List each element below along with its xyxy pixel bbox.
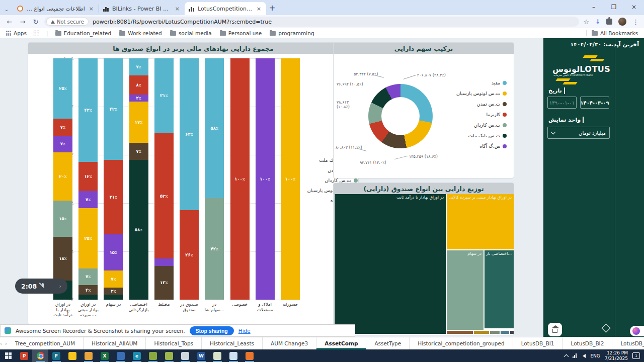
tabs-prev-arrow[interactable]: ‹ [0, 341, 2, 346]
sticky-notes-icon[interactable] [64, 349, 80, 362]
bar-column-2[interactable]: ۴۲٪۳۱٪۱۵٪۷٪۳٪ [104, 58, 123, 300]
bar-segment[interactable]: ۱۲٪ [78, 162, 98, 191]
bar-segment[interactable]: ۵۸٪ [129, 160, 148, 300]
powerbi-app-icon[interactable]: P [16, 349, 32, 362]
sheet-tab-assetcomp[interactable]: AssetComp [316, 337, 366, 349]
language-indicator[interactable]: ENG [590, 353, 600, 358]
maximize-button[interactable]: ❐ [604, 0, 624, 14]
bar-segment[interactable]: ۴۳٪ [78, 58, 98, 162]
donut-legend-item-6[interactable]: س.گ آگاه [456, 143, 507, 149]
bar-segment[interactable]: ۶۳٪ [180, 58, 199, 210]
bar-segment[interactable]: ۲۰٪ [53, 152, 72, 201]
back-button[interactable]: ← [5, 18, 14, 26]
bar-segment[interactable] [78, 295, 98, 300]
mic-muted-icon[interactable] [41, 283, 45, 289]
sheet-tab-historical-allaum[interactable]: Historical_AllAUM [84, 337, 146, 349]
stop-sharing-button[interactable]: Stop sharing [190, 326, 234, 335]
bar-segment[interactable]: ۱۰۰٪ [256, 58, 275, 300]
bar-segment[interactable]: ۵۸٪ [205, 58, 224, 198]
report-builder-icon[interactable]: F [48, 349, 64, 362]
word-icon[interactable]: W [193, 349, 209, 362]
donut-legend-item-5[interactable]: ت.س بانک ملت [456, 133, 507, 138]
sheet-tab-historical-tops[interactable]: Historical_Tops [146, 337, 202, 349]
tiles-icon[interactable] [34, 31, 39, 36]
network-icon[interactable] [573, 353, 578, 358]
green-app2-icon[interactable] [161, 349, 177, 362]
donut-legend-item-3[interactable]: کاریزما [456, 112, 507, 117]
bar-segment[interactable]: ۳۱٪ [104, 160, 123, 235]
file-explorer-icon[interactable] [80, 349, 97, 362]
donut-legend-item-0[interactable]: مفید [456, 80, 507, 85]
clock[interactable]: 12:26 PM7/21/2025 [605, 350, 628, 361]
orange-app-icon[interactable] [242, 349, 258, 362]
bar-segment[interactable]: ۸٪ [129, 75, 148, 95]
bar-segment[interactable]: ۱۵٪ [53, 201, 72, 237]
bar-segment[interactable]: ۱۰۰٪ [230, 58, 250, 300]
all-bookmarks[interactable]: All Bookmarks [586, 30, 638, 36]
bookmark-star-icon[interactable]: ☆ [583, 18, 589, 26]
treemap-tile-5[interactable] [474, 331, 489, 334]
home-button[interactable] [548, 323, 562, 336]
bar-column-1[interactable]: ۴۳٪۱۲٪۷٪۲۵٪۷٪۴٪ [78, 58, 98, 300]
tab-search-icon[interactable]: ⌄ [0, 3, 13, 15]
sheet-tab-lotusdb-bi1[interactable]: LotusDB_BI1 [513, 337, 563, 349]
bar-segment[interactable]: ۱۵٪ [104, 234, 123, 270]
bar-segment[interactable] [104, 295, 123, 300]
edge-icon[interactable]: e [129, 349, 145, 362]
bar-segment[interactable]: ۷٪ [129, 58, 148, 75]
recording-timer-pill[interactable]: 2:08 › [15, 279, 67, 294]
bar-segment[interactable]: ۷٪ [78, 268, 98, 286]
bookmark-item-1[interactable]: Work-related [119, 30, 162, 36]
bar-segment[interactable]: ۷٪ [129, 143, 148, 160]
treemap-tile-8[interactable] [510, 331, 514, 334]
bar-segment[interactable]: ۳٪ [104, 288, 123, 295]
minimize-button[interactable]: – [584, 0, 604, 14]
bar-segment[interactable]: ۳٪ [129, 95, 148, 102]
bar-column-6[interactable]: ۵۸٪۴۳٪ [205, 58, 224, 300]
bar-column-4[interactable]: ۳۱٪۵۲٪۱۳٪ [154, 58, 174, 300]
bar-column-0[interactable]: ۲۵٪۷٪۷٪۲۰٪۱۵٪۱۸٪ [53, 58, 72, 300]
donut-legend-item-2[interactable]: ت.س تمدن [456, 101, 507, 107]
download-icon[interactable]: ↓ [595, 18, 600, 25]
tray-chevron-icon[interactable] [564, 354, 569, 359]
donut-ring[interactable] [368, 84, 433, 148]
forward-button[interactable]: → [18, 18, 27, 26]
bar-segment[interactable]: ۴٪ [78, 285, 98, 295]
bar-segment[interactable]: ۲۵٪ [53, 58, 72, 119]
bar-segment[interactable]: ۲۵٪ [78, 208, 98, 268]
unit-dropdown[interactable]: میلیارد تومان [547, 127, 610, 139]
bar-segment[interactable]: ۳۱٪ [154, 58, 174, 133]
bar-segment[interactable]: ۱۷٪ [129, 102, 148, 143]
chrome-icon[interactable] [32, 349, 48, 362]
bar-segment[interactable]: ۵۲٪ [154, 133, 174, 259]
menu-dots-icon[interactable]: ⋮ [632, 18, 639, 26]
donut-legend-item-1[interactable]: ت.س لوتوس پارسیان [456, 90, 507, 96]
close-button[interactable]: × [624, 0, 644, 14]
bar-segment[interactable]: ۱۸٪ [53, 237, 72, 280]
bar-segment[interactable]: ۷٪ [53, 136, 72, 153]
notification-icon[interactable]: 1 [632, 352, 640, 359]
bar-segment[interactable]: ۱۰۰٪ [281, 58, 300, 300]
blue-app-icon[interactable] [113, 349, 129, 362]
volume-icon[interactable] [583, 354, 586, 358]
profile-avatar[interactable] [618, 18, 626, 26]
new-tab-button[interactable]: + [266, 2, 278, 14]
donut-legend-item-4[interactable]: ت.س کاردان [456, 122, 507, 128]
bookmark-item-2[interactable]: social media [170, 30, 212, 36]
sheet-tab-lotusdb-bi2[interactable]: LotusDB_BI2 [563, 337, 613, 349]
bar-column-3[interactable]: ۷٪۸٪۳٪۱۷٪۷٪۵۸٪ [129, 58, 148, 300]
reload-button[interactable]: ↻ [31, 18, 40, 26]
green-app-icon[interactable] [145, 349, 161, 362]
tab-close-icon[interactable]: × [174, 6, 181, 12]
bookmark-item-0[interactable]: Education_related [55, 30, 112, 36]
bookmark-item-3[interactable]: Personal use [220, 30, 262, 36]
date-to-input[interactable]: ۱۴۰۴-۰۳-۰۹ [580, 97, 609, 109]
bar-segment[interactable]: ۳۶٪ [180, 210, 199, 300]
tab-close-icon[interactable]: × [256, 6, 262, 12]
bar-segment[interactable]: ۷٪ [53, 119, 72, 136]
bar-column-9[interactable]: ۱۰۰٪ [281, 58, 300, 300]
sheet-tab-historical-leasts[interactable]: Historical_Leasts [202, 337, 263, 349]
treemap-tile-6[interactable] [490, 331, 500, 334]
bar-segment[interactable] [154, 258, 174, 265]
apps-shortcut[interactable]: Apps [6, 30, 27, 36]
